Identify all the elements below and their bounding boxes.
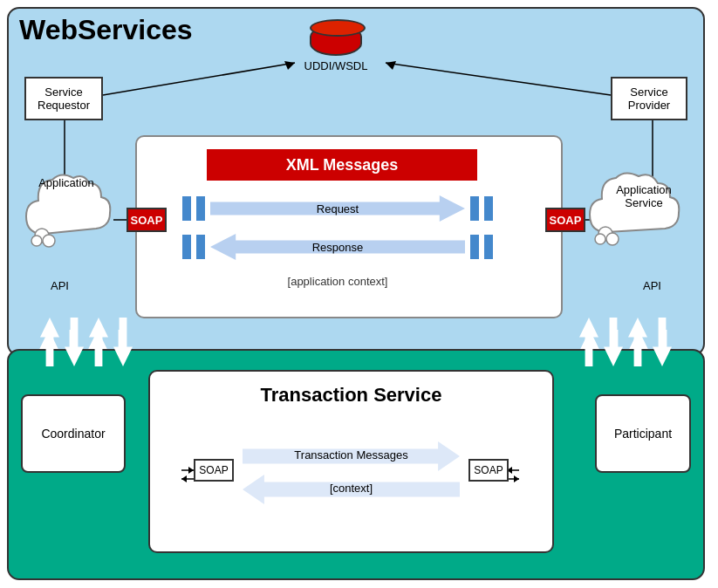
xml-messages-box: XML Messages	[207, 149, 477, 181]
rect3	[470, 196, 479, 221]
webservices-title: WebServices	[19, 14, 193, 46]
request-label: Request	[317, 202, 359, 215]
svg-point-18	[606, 233, 619, 245]
response-right-rects	[468, 235, 495, 259]
uddi-container: UDDI/WSDL	[297, 24, 375, 72]
service-requestor-label: ServiceRequestor	[38, 85, 90, 112]
svg-line-2	[386, 63, 611, 95]
b-arrow-up-2	[89, 318, 108, 366]
participant-label: Participant	[614, 427, 672, 441]
b-arrow-up-3	[579, 318, 598, 366]
response-row: Response	[181, 231, 495, 263]
service-requestor-box: ServiceRequestor	[24, 77, 103, 120]
svg-point-15	[43, 235, 55, 247]
svg-point-16	[31, 236, 42, 246]
rect7	[470, 235, 479, 259]
rect2	[196, 196, 205, 221]
rect4	[484, 196, 493, 221]
svg-marker-1	[284, 61, 295, 70]
request-arrow-shape: Request	[210, 195, 465, 222]
request-left-rects	[181, 196, 207, 221]
svg-marker-23	[181, 475, 187, 482]
b-arrow-down-4	[653, 318, 672, 366]
uddi-cylinder	[310, 24, 362, 56]
rect6	[196, 235, 205, 259]
uddi-label: UDDI/WSDL	[297, 59, 375, 72]
app-context-label: [application context]	[189, 275, 486, 288]
soap-right-box: SOAP	[545, 208, 585, 232]
soap-tx-right-box: SOAP	[468, 459, 509, 482]
rect1	[182, 196, 191, 221]
tx-arrows-container: SOAP SOAP Transaction Messages [context]	[194, 441, 509, 529]
service-provider-box: Service Provider	[611, 77, 687, 120]
b-arrow-up-1	[40, 318, 59, 366]
transaction-section: Coordinator Participant Transaction Serv…	[7, 349, 705, 580]
svg-marker-3	[386, 61, 396, 70]
svg-marker-27	[514, 475, 519, 482]
request-row: Request	[181, 193, 495, 224]
participant-box: Participant	[595, 394, 691, 473]
b-arrow-down-1	[65, 318, 84, 366]
coordinator-box: Coordinator	[21, 394, 126, 473]
response-label: Response	[312, 241, 364, 254]
api-right-label: API	[643, 279, 661, 292]
application-label: Application	[28, 176, 105, 189]
tx-context-label: [context]	[263, 482, 439, 495]
rect5	[182, 235, 191, 259]
b-arrow-up-4	[628, 318, 647, 366]
service-provider-label: Service Provider	[612, 85, 686, 112]
svg-point-19	[595, 234, 605, 244]
application-service-label: ApplicationService	[600, 183, 687, 209]
tx-messages-label: Transaction Messages	[263, 448, 439, 462]
soap-tx-left-box: SOAP	[194, 459, 234, 482]
svg-line-0	[103, 63, 295, 95]
coordinator-label: Coordinator	[41, 427, 105, 441]
vert-arrows-bottom-right	[579, 318, 672, 366]
request-right-rects	[468, 196, 495, 221]
api-left-label: API	[51, 279, 69, 292]
rect8	[484, 235, 493, 259]
soap-left-box: SOAP	[127, 208, 167, 232]
webservices-panel: WebServices UDDI/WSDL ServiceRequestor S…	[7, 7, 705, 356]
b-arrow-down-2	[113, 318, 133, 366]
response-arrow-shape: Response	[210, 234, 465, 260]
vert-arrows-bottom-left	[40, 318, 133, 366]
transaction-title: Transaction Service	[150, 372, 552, 407]
response-left-rects	[181, 235, 207, 259]
inner-panel: XML Messages Request	[135, 135, 563, 318]
b-arrow-down-3	[604, 318, 623, 366]
transaction-service-box: Transaction Service SOAP SOAP Transactio…	[148, 370, 554, 553]
